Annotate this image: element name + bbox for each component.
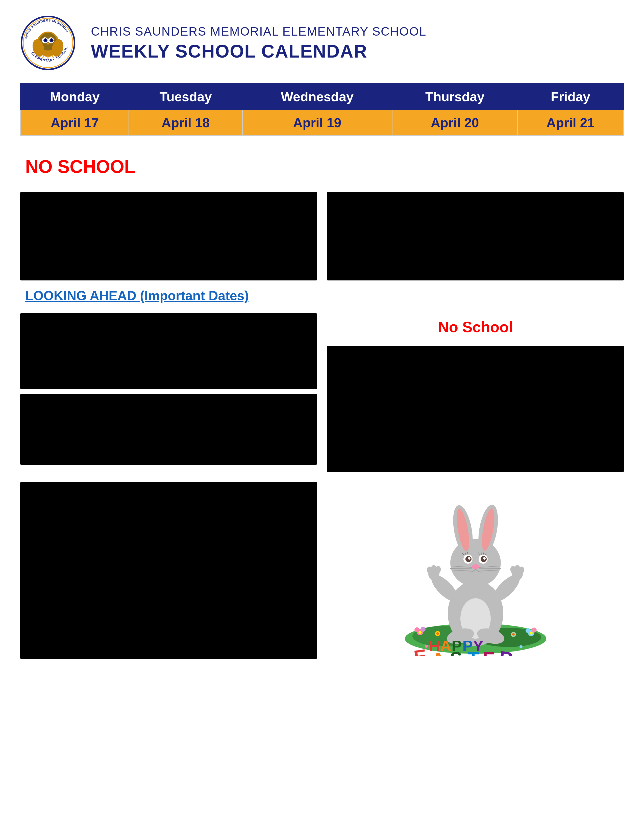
black-box-top-left xyxy=(20,192,317,280)
svg-text:E: E xyxy=(483,648,495,656)
school-name-label: CHRIS SAUNDERS MEMORIAL ELEMENTARY SCHOO… xyxy=(91,24,426,39)
svg-text:T: T xyxy=(467,648,479,656)
easter-illustration-container: H A P P Y E A S T E R xyxy=(327,482,624,656)
right-column: No School xyxy=(327,313,624,472)
black-box-mid-right xyxy=(327,346,624,472)
page-header: CHRIS SAUNDERS MEMORIAL ELEMENTARY SCHOO… xyxy=(20,15,624,71)
main-content: NO SCHOOL LOOKING AHEAD (Important Dates… xyxy=(20,151,624,674)
weekly-calendar-table: Monday Tuesday Wednesday Thursday Friday… xyxy=(20,83,624,136)
top-black-boxes xyxy=(20,192,624,280)
calendar-header-row: Monday Tuesday Wednesday Thursday Friday xyxy=(21,84,623,110)
day-wednesday-header: Wednesday xyxy=(242,84,392,110)
looking-ahead-label[interactable]: LOOKING AHEAD (Important Dates) xyxy=(25,288,624,303)
date-april21: April 21 xyxy=(517,110,623,136)
black-box-mid-left-top xyxy=(20,313,317,389)
day-thursday-header: Thursday xyxy=(392,84,518,110)
date-april17: April 17 xyxy=(21,110,129,136)
date-april18: April 18 xyxy=(129,110,242,136)
header-text-block: CHRIS SAUNDERS MEMORIAL ELEMENTARY SCHOO… xyxy=(91,24,426,61)
svg-point-32 xyxy=(512,633,515,635)
svg-point-53 xyxy=(472,564,479,569)
svg-point-27 xyxy=(526,628,531,633)
svg-point-30 xyxy=(436,632,439,635)
middle-section: No School xyxy=(20,313,624,472)
date-april20: April 20 xyxy=(392,110,518,136)
day-tuesday-header: Tuesday xyxy=(129,84,242,110)
svg-point-44 xyxy=(468,557,470,560)
easter-bunny-svg: H A P P Y E A S T E R xyxy=(387,492,564,656)
black-box-top-right xyxy=(327,192,624,280)
calendar-dates-row: April 17 April 18 April 19 April 20 Apri… xyxy=(21,110,623,136)
svg-line-58 xyxy=(479,568,501,569)
school-logo: CHRIS SAUNDERS MEMORIAL ELEMENTARY SCHOO… xyxy=(20,15,76,71)
day-friday-header: Friday xyxy=(517,84,623,110)
bottom-section: H A P P Y E A S T E R xyxy=(20,482,624,659)
no-school-heading: NO SCHOOL xyxy=(25,156,624,177)
day-monday-header: Monday xyxy=(21,84,129,110)
svg-point-45 xyxy=(483,557,486,560)
svg-point-28 xyxy=(531,627,537,633)
svg-point-35 xyxy=(450,539,501,587)
svg-point-84 xyxy=(520,645,523,648)
svg-line-55 xyxy=(450,568,472,569)
left-column xyxy=(20,313,317,472)
svg-text:S: S xyxy=(450,648,462,656)
svg-text:A: A xyxy=(431,649,445,656)
calendar-title-label: WEEKLY SCHOOL CALENDAR xyxy=(91,41,426,61)
svg-point-10 xyxy=(45,39,47,41)
svg-line-50 xyxy=(481,552,481,555)
svg-point-83 xyxy=(425,645,428,648)
black-box-bottom-left xyxy=(20,482,317,659)
no-school-label: No School xyxy=(327,318,624,336)
date-april19: April 19 xyxy=(242,110,392,136)
svg-point-11 xyxy=(51,39,53,41)
black-box-mid-left-bottom xyxy=(20,394,317,465)
svg-point-24 xyxy=(420,627,425,632)
svg-point-23 xyxy=(414,627,420,632)
